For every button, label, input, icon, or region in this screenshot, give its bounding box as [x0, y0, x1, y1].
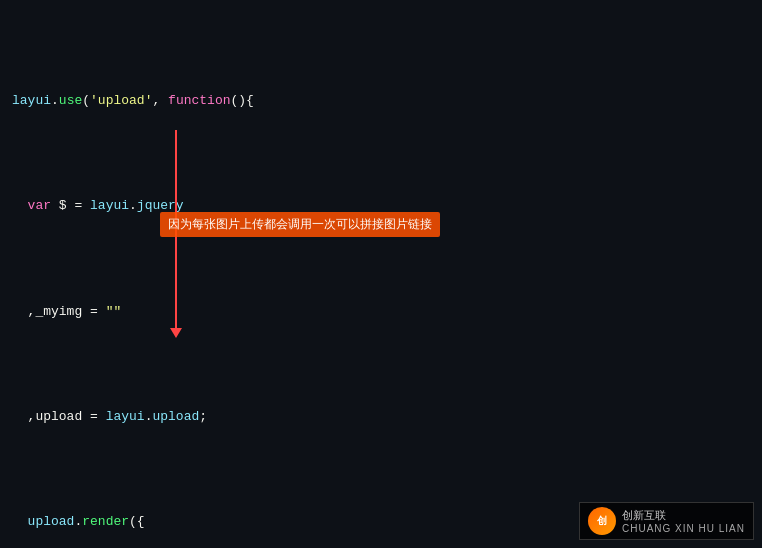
code-line-4: ,upload = layui.upload; — [12, 407, 750, 429]
tooltip-annotation: 因为每张图片上传都会调用一次可以拼接图片链接 — [160, 212, 440, 237]
code-line-3: ,_myimg = "" — [12, 302, 750, 324]
watermark-logo: 创 — [588, 507, 616, 535]
watermark-cn: 创新互联 — [622, 508, 745, 523]
code-line-1: layui.use('upload', function(){ — [12, 91, 750, 113]
watermark-en: CHUANG XIN HU LIAN — [622, 523, 745, 534]
code-block: layui.use('upload', function(){ var $ = … — [0, 0, 762, 548]
code-container: layui.use('upload', function(){ var $ = … — [0, 0, 762, 548]
watermark-box: 创 创新互联 CHUANG XIN HU LIAN — [579, 502, 754, 540]
watermark-text-block: 创新互联 CHUANG XIN HU LIAN — [622, 508, 745, 534]
watermark: 创 创新互联 CHUANG XIN HU LIAN — [579, 502, 754, 540]
watermark-icon-text: 创 — [597, 514, 607, 528]
